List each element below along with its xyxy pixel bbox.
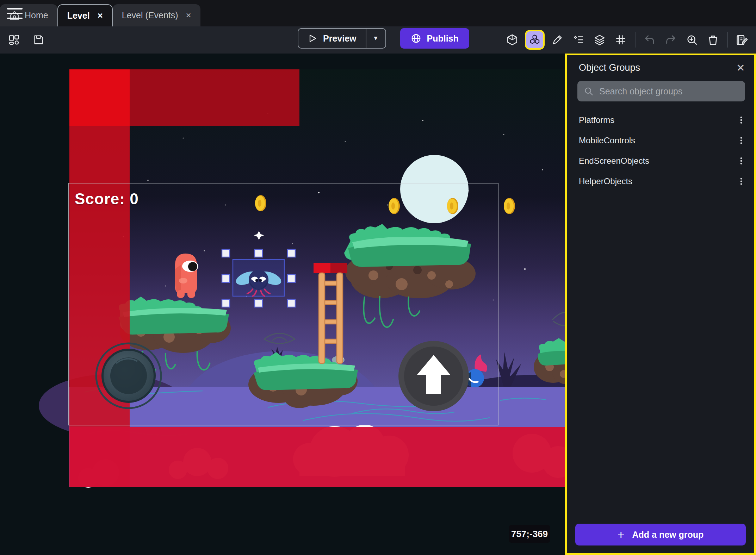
add-group-label: Add a new group: [632, 530, 704, 540]
globe-icon: [411, 33, 421, 44]
preview-split-button: Preview ▼: [298, 28, 386, 49]
redo-icon[interactable]: [662, 31, 680, 49]
wall-bottom[interactable]: [69, 427, 568, 487]
save-icon[interactable]: [30, 31, 48, 49]
preview-button[interactable]: Preview: [298, 29, 366, 48]
tab-bar: Home Level × Level (Events) ×: [0, 0, 756, 26]
add-group-button[interactable]: + Add a new group: [575, 524, 746, 545]
chevron-down-icon: ▼: [373, 35, 379, 42]
tab-label: Level (Events): [122, 10, 178, 20]
group-row-endscreenobjects[interactable]: EndScreenObjects: [567, 151, 754, 171]
tab-level[interactable]: Level ×: [57, 4, 113, 26]
hamburger-icon[interactable]: [7, 8, 23, 19]
kebab-menu-icon[interactable]: [737, 116, 746, 125]
trash-icon[interactable]: [704, 31, 722, 49]
scene-artwork: [0, 54, 568, 555]
jump-button[interactable]: [398, 341, 469, 411]
plus-icon: +: [618, 529, 625, 541]
group-list: Platforms MobileControls EndScreenObject…: [567, 110, 754, 192]
edit-objects-icon[interactable]: [548, 31, 566, 49]
publish-button[interactable]: Publish: [400, 28, 469, 49]
close-icon[interactable]: ✕: [736, 63, 745, 73]
panel-title: Object Groups: [579, 62, 640, 73]
toolbar: Preview ▼ Publish: [0, 26, 756, 54]
search-input[interactable]: [599, 86, 739, 96]
layout-panels-icon[interactable]: [5, 31, 23, 49]
group-row-mobilecontrols[interactable]: MobileControls: [567, 130, 754, 151]
score-text: Score: 0: [75, 190, 139, 208]
play-icon: [308, 33, 317, 43]
scene-editor-canvas[interactable]: Score: 0 757;-369: [0, 54, 568, 555]
close-tab-icon[interactable]: ×: [95, 10, 103, 21]
close-tab-icon[interactable]: ×: [183, 10, 191, 21]
zoom-in-icon[interactable]: [683, 31, 701, 49]
tab-label: Level: [67, 11, 90, 21]
group-row-platforms[interactable]: Platforms: [567, 110, 754, 130]
moon: [400, 155, 469, 223]
joystick-control[interactable]: [96, 343, 161, 408]
publish-label: Publish: [427, 33, 459, 44]
kebab-menu-icon[interactable]: [737, 156, 746, 166]
grid-icon[interactable]: [612, 31, 630, 49]
object-groups-icon[interactable]: [526, 31, 543, 48]
instances-list-icon[interactable]: [569, 31, 588, 49]
edit-scene-icon[interactable]: [733, 31, 751, 49]
search-icon: [584, 86, 594, 96]
cursor-coordinates: 757;-369: [509, 525, 550, 543]
tab-label: Home: [25, 10, 48, 20]
wall-left[interactable]: [69, 69, 130, 487]
group-row-helperobjects[interactable]: HelperObjects: [567, 171, 754, 192]
preview-options-button[interactable]: ▼: [366, 29, 385, 48]
kebab-menu-icon[interactable]: [737, 136, 746, 145]
player-character[interactable]: [175, 254, 198, 298]
kebab-menu-icon[interactable]: [737, 177, 746, 186]
tab-level-events[interactable]: Level (Events) ×: [113, 4, 200, 26]
preview-label: Preview: [323, 33, 357, 44]
object-groups-panel: Object Groups ✕ Platforms MobileControls…: [565, 54, 756, 555]
undo-icon[interactable]: [640, 31, 659, 49]
layers-icon[interactable]: [590, 31, 609, 49]
search-box[interactable]: [577, 81, 745, 101]
objects-icon[interactable]: [503, 31, 521, 49]
